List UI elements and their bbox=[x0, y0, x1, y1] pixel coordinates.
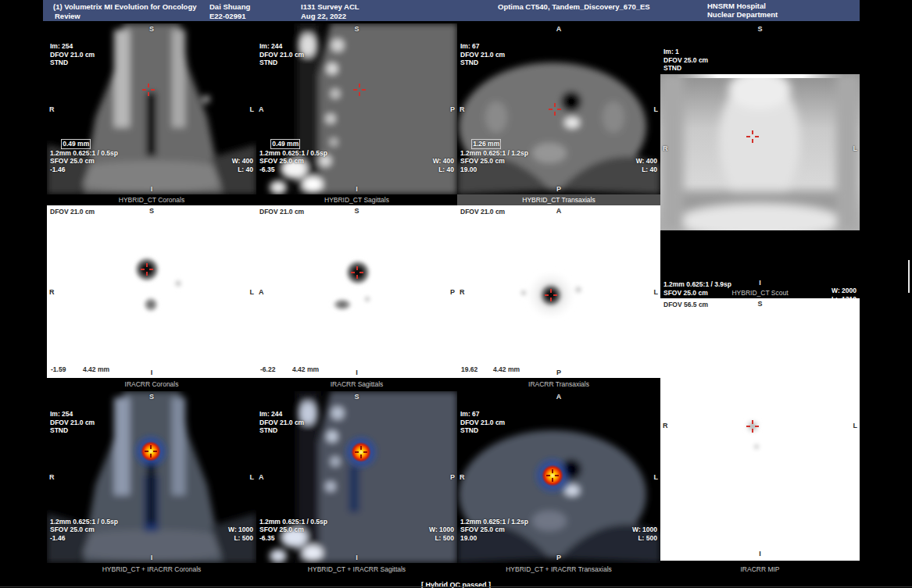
crosshair-marker[interactable] bbox=[546, 469, 559, 482]
dfov: DFOV 21.0 cm bbox=[50, 208, 95, 216]
crosshair-marker[interactable] bbox=[142, 84, 155, 96]
viewport-nm-mip[interactable]: DFOV 56.5 cm S R L I bbox=[660, 298, 860, 561]
slice-location: -6.35 bbox=[259, 534, 327, 543]
crosshair-marker[interactable] bbox=[141, 263, 153, 276]
orientation-right: P bbox=[450, 105, 455, 113]
study-description: I131 Survey ACL bbox=[301, 2, 359, 11]
slice-location: -6.35 bbox=[259, 166, 327, 174]
crosshair-marker[interactable] bbox=[353, 84, 366, 96]
series-label-nm-mip: IRACRR MIP bbox=[660, 564, 860, 575]
window-level-value: L: 40 bbox=[433, 166, 454, 174]
series-label-fused-transaxial: HYBRID_CT + IRACRR Transaxials bbox=[457, 564, 660, 575]
image-number: Im: 1 bbox=[663, 48, 708, 56]
dfov: DFOV 21.0 cm bbox=[259, 208, 304, 216]
orientation-top: S bbox=[354, 25, 359, 33]
orientation-bottom: I bbox=[356, 369, 358, 376]
filter: STND bbox=[50, 59, 95, 67]
window-level-value: L: 500 bbox=[228, 534, 253, 543]
status-bar: [ Hybrid QC passed ] bbox=[0, 576, 912, 587]
filter: STND bbox=[259, 426, 304, 435]
viewport-ct-scout[interactable]: Im: 1DFOV 25.0 cmSTND S R L 1.2mm 0.625:… bbox=[660, 23, 860, 298]
series-label-ct-transaxial-selected: HYBRID_CT Transaxials bbox=[457, 194, 660, 205]
viewport-fused-sagittal[interactable]: Im: 244DFOV 21.0 cmSTND 1.2mm 0.625:1 / … bbox=[256, 391, 457, 563]
orientation-left: R bbox=[49, 288, 55, 296]
ct-scout-image bbox=[660, 74, 860, 230]
study-date: Aug 22, 2022 bbox=[301, 12, 346, 20]
window-level: W: 1000L: 500 bbox=[632, 509, 657, 558]
recon-info: 1.2mm 0.625:1 / 0.5spSFOV 25.0 cm-6.35 bbox=[259, 501, 327, 559]
pixel-size: 4.42 mm bbox=[83, 365, 109, 374]
crosshair-marker[interactable] bbox=[746, 130, 759, 143]
slice-info: Im: 1DFOV 25.0 cmSTND bbox=[663, 31, 708, 89]
series-label-fused-sagittal: HYBRID_CT + IRACRR Sagittals bbox=[256, 564, 457, 575]
recon-info: 1.26 mm1.2mm 0.625:1 / 1.2spSFOV 25.0 cm… bbox=[460, 131, 528, 191]
slice-info: Im: 254DFOV 21.0 cmSTND bbox=[50, 26, 95, 84]
orientation-bottom: I bbox=[356, 554, 358, 561]
orientation-bottom: I bbox=[356, 185, 358, 193]
series-label-ct-coronal: HYBRID_CT Coronals bbox=[47, 194, 256, 205]
recon-info: 0.49 mm1.2mm 0.625:1 / 0.5spSFOV 25.0 cm… bbox=[259, 131, 327, 191]
sfov: SFOV 25.0 cm bbox=[460, 526, 528, 534]
window-level: W: 400L: 40 bbox=[433, 141, 454, 190]
image-number: Im: 244 bbox=[259, 410, 304, 419]
window-level-value: L: 500 bbox=[429, 534, 454, 543]
viewport-ct-transaxial[interactable]: Im: 67DFOV 21.0 cmSTND 1.26 mm1.2mm 0.62… bbox=[457, 23, 660, 194]
window-width: W: 400 bbox=[433, 157, 454, 166]
slice-thickness: 0.49 mm bbox=[61, 139, 91, 149]
crosshair-marker[interactable] bbox=[549, 103, 561, 116]
viewport-fused-coronal[interactable]: Im: 254DFOV 21.0 cmSTND 1.2mm 0.625:1 / … bbox=[47, 391, 256, 563]
orientation-top: S bbox=[757, 300, 762, 308]
slice-info: Im: 244DFOV 21.0 cmSTND bbox=[259, 394, 304, 451]
crosshair-marker[interactable] bbox=[145, 445, 157, 458]
series-label-ct-sagittal: HYBRID_CT Sagittals bbox=[256, 194, 457, 205]
slice-thickness: 1.26 mm bbox=[471, 139, 501, 149]
window-level: W: 1000L: 500 bbox=[429, 509, 454, 558]
mode-label: Review bbox=[55, 12, 80, 20]
orientation-left: R bbox=[460, 473, 465, 481]
crosshair-marker[interactable] bbox=[351, 266, 363, 279]
window-width: W: 1000 bbox=[228, 526, 253, 534]
viewport-fused-transaxial[interactable]: Im: 67DFOV 21.0 cmSTND 1.2mm 0.625:1 / 1… bbox=[457, 391, 660, 563]
viewport-nm-sagittal[interactable]: DFOV 21.0 cm -6.22 4.42 mm S I A P bbox=[256, 205, 457, 378]
orientation-top: S bbox=[354, 207, 359, 215]
viewport-nm-coronal[interactable]: DFOV 21.0 cm -1.59 4.42 mm S I R L bbox=[47, 205, 256, 378]
window-level-value: L: 500 bbox=[632, 534, 657, 543]
recon-mode: 1.2mm 0.625:1 / 0.5sp bbox=[259, 518, 327, 526]
orientation-right: L bbox=[654, 473, 659, 481]
orientation-top: S bbox=[149, 207, 154, 215]
edge-highlight-artifact bbox=[908, 260, 910, 293]
series-label-fused-coronal: HYBRID_CT + IRACRR Coronals bbox=[47, 564, 256, 575]
nm-sagittal-image bbox=[256, 205, 457, 378]
image-number: Im: 244 bbox=[259, 42, 304, 51]
orientation-bottom: I bbox=[151, 185, 153, 193]
slice-location: -1.46 bbox=[50, 534, 118, 543]
nm-coronal-image bbox=[47, 205, 256, 378]
window-width: W: 1000 bbox=[632, 526, 657, 534]
app-title: (1) Volumetrix MI Evolution for Oncology bbox=[53, 2, 197, 11]
viewer-root: (1) Volumetrix MI Evolution for Oncology… bbox=[0, 0, 912, 588]
dfov: DFOV 21.0 cm bbox=[460, 51, 505, 59]
image-number: Im: 67 bbox=[460, 42, 505, 51]
recon-mode: 1.2mm 0.625:1 / 0.5sp bbox=[259, 149, 327, 158]
orientation-right: L bbox=[853, 422, 858, 429]
dfov: DFOV 21.0 cm bbox=[259, 51, 304, 59]
slice-info: Im: 67DFOV 21.0 cmSTND bbox=[460, 394, 505, 451]
nm-mip-image bbox=[660, 298, 860, 561]
orientation-left: R bbox=[663, 422, 668, 429]
dfov: DFOV 21.0 cm bbox=[460, 208, 505, 216]
recon-mode: 1.2mm 0.625:1 / 1.2sp bbox=[460, 518, 528, 526]
sfov: SFOV 25.0 cm bbox=[460, 157, 528, 166]
filter: STND bbox=[259, 59, 304, 67]
crosshair-marker[interactable] bbox=[545, 289, 557, 301]
viewport-ct-coronal[interactable]: Im: 254DFOV 21.0 cmSTND 0.49 mm1.2mm 0.6… bbox=[47, 23, 256, 194]
viewport-ct-sagittal[interactable]: Im: 244DFOV 21.0 cmSTND 0.49 mm1.2mm 0.6… bbox=[256, 23, 457, 194]
crosshair-marker[interactable] bbox=[746, 420, 759, 433]
crosshair-marker[interactable] bbox=[355, 446, 367, 458]
slice-info: Im: 254DFOV 21.0 cmSTND bbox=[50, 394, 95, 451]
dfov: DFOV 21.0 cm bbox=[50, 51, 95, 59]
recon-info: 0.49 mm1.2mm 0.625:1 / 0.5spSFOV 25.0 cm… bbox=[50, 131, 118, 191]
orientation-left: R bbox=[49, 473, 55, 481]
nm-transaxial-image bbox=[457, 205, 660, 378]
viewport-nm-transaxial[interactable]: DFOV 21.0 cm 19.62 4.42 mm A P R L bbox=[457, 205, 660, 378]
recon-mode: 1.2mm 0.625:1 / 0.5sp bbox=[50, 149, 118, 158]
